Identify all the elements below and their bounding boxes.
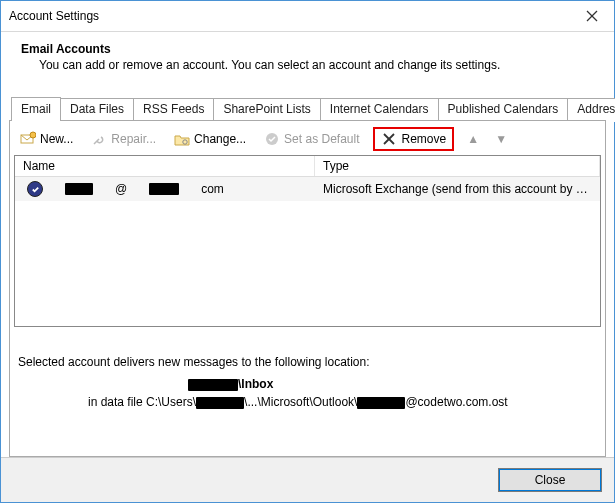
svg-point-3 (30, 132, 36, 138)
remove-account-button[interactable]: Remove (373, 127, 454, 151)
arrow-up-icon: ▲ (467, 132, 479, 146)
content-area: Email Data Files RSS Feeds SharePoint Li… (1, 84, 614, 457)
redacted-text (357, 397, 405, 409)
redacted-text (188, 379, 238, 391)
page-title: Email Accounts (21, 42, 594, 58)
window-close-button[interactable] (569, 1, 614, 30)
envelope-new-icon (20, 131, 36, 147)
toolbar: New... Repair... Change... (14, 125, 601, 153)
tab-address-books[interactable]: Address Books (567, 98, 615, 122)
tab-panel-email: New... Repair... Change... (9, 120, 606, 457)
delivery-path-prefix: in data file C:\Users\ (88, 395, 196, 409)
dialog-footer: Close (1, 457, 614, 502)
col-header-name[interactable]: Name (15, 156, 315, 176)
tab-rss-feeds[interactable]: RSS Feeds (133, 98, 214, 122)
tab-data-files[interactable]: Data Files (60, 98, 134, 122)
remove-account-label: Remove (401, 132, 446, 146)
account-name-domain: com (201, 182, 224, 196)
accounts-list: Name Type @ com Mi (14, 155, 601, 327)
titlebar: Account Settings (1, 1, 614, 32)
delivery-folder: \Inbox (238, 377, 273, 391)
accounts-list-body: @ com Microsoft Exchange (send from this… (15, 177, 600, 325)
tab-internet-calendars[interactable]: Internet Calendars (320, 98, 439, 122)
set-default-label: Set as Default (284, 132, 359, 146)
wrench-icon (91, 131, 107, 147)
tab-email[interactable]: Email (11, 97, 61, 121)
delivery-info: Selected account delivers new messages t… (14, 327, 601, 417)
arrow-down-icon: ▼ (495, 132, 507, 146)
default-account-icon (27, 181, 43, 197)
change-account-label: Change... (194, 132, 246, 146)
list-item[interactable]: @ com Microsoft Exchange (send from this… (15, 177, 600, 201)
set-default-button: Set as Default (260, 129, 363, 149)
redacted-text (196, 397, 244, 409)
new-account-label: New... (40, 132, 73, 146)
window-title: Account Settings (9, 9, 99, 23)
tab-sharepoint-lists[interactable]: SharePoint Lists (213, 98, 320, 122)
folder-gear-icon (174, 131, 190, 147)
redacted-text (149, 183, 179, 195)
account-name-cell: @ com (15, 180, 315, 198)
page-header: Email Accounts You can add or remove an … (1, 32, 614, 84)
x-icon (381, 131, 397, 147)
repair-account-button: Repair... (87, 129, 160, 149)
delivery-path-mid: \...\Microsoft\Outlook\ (244, 395, 357, 409)
close-icon (586, 10, 598, 22)
repair-account-label: Repair... (111, 132, 156, 146)
redacted-text (65, 183, 93, 195)
move-down-button: ▼ (492, 132, 510, 146)
delivery-path-suffix: @codetwo.com.ost (405, 395, 507, 409)
new-account-button[interactable]: New... (16, 129, 77, 149)
tab-published-calendars[interactable]: Published Calendars (438, 98, 569, 122)
accounts-list-header: Name Type (15, 156, 600, 177)
delivery-path: in data file C:\Users\\...\Microsoft\Out… (18, 391, 597, 409)
account-type-cell: Microsoft Exchange (send from this accou… (315, 181, 600, 197)
col-header-type[interactable]: Type (315, 156, 600, 176)
close-button[interactable]: Close (498, 468, 602, 492)
check-circle-icon (264, 131, 280, 147)
tabstrip: Email Data Files RSS Feeds SharePoint Li… (9, 96, 606, 120)
account-settings-window: Account Settings Email Accounts You can … (0, 0, 615, 503)
delivery-info-line1: Selected account delivers new messages t… (18, 355, 597, 369)
change-account-button[interactable]: Change... (170, 129, 250, 149)
page-description: You can add or remove an account. You ca… (21, 58, 594, 72)
account-name-at: @ (115, 182, 127, 196)
move-up-button: ▲ (464, 132, 482, 146)
